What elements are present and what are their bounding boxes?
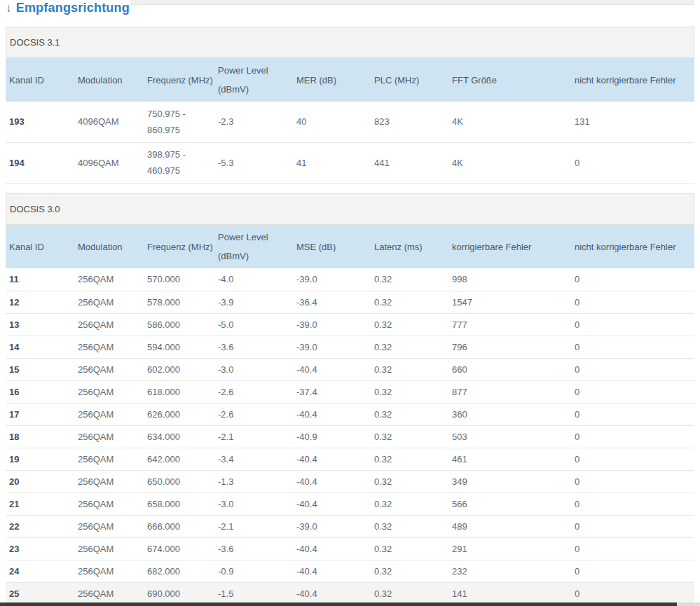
frequenz-line1: 398.975 -	[147, 146, 214, 163]
cell-modulation: 4096QAM	[74, 142, 144, 183]
col-header-modulation: Modulation	[74, 225, 144, 268]
col-header-frequenz: Frequenz (MHz)	[144, 58, 214, 102]
cell-frequenz: 658.000	[144, 493, 214, 515]
cell-modulation: 4096QAM	[74, 102, 144, 142]
cell-power-level: -3.6	[214, 537, 293, 560]
cell-kanal-id: 17	[6, 403, 74, 425]
cell-modulation: 256QAM	[74, 313, 144, 336]
col-header-modulation: Modulation	[74, 58, 144, 102]
cell-kanal-id: 19	[6, 448, 74, 470]
cell-nicht-korrigierbare-fehler: 0	[571, 268, 694, 291]
table-row: 18 256QAM 634.000 -2.1 -40.9 0.32 503 0	[6, 425, 694, 448]
cell-nicht-korrigierbare-fehler: 0	[571, 425, 694, 448]
cell-korrigierbare-fehler: 141	[448, 582, 571, 605]
cell-kanal-id: 193	[6, 102, 74, 142]
table-row: 194 4096QAM 398.975 - 460.975 -5.3 41 44…	[6, 142, 694, 183]
cell-kanal-id: 20	[6, 470, 74, 493]
col-header-nicht-korrigierbare-fehler: nicht korrigierbare Fehler	[571, 58, 694, 102]
frequenz-line1: 750.975 -	[147, 106, 214, 122]
cell-modulation: 256QAM	[74, 358, 144, 380]
power-level-line2: (dBmV)	[218, 80, 293, 99]
cell-nicht-korrigierbare-fehler: 0	[571, 560, 694, 582]
power-level-line2: (dBmV)	[218, 247, 293, 266]
cell-frequenz: 650.000	[144, 470, 214, 493]
cell-nicht-korrigierbare-fehler: 0	[571, 403, 694, 425]
cell-frequenz: 618.000	[144, 380, 214, 403]
cell-frequenz: 674.000	[144, 537, 214, 560]
cell-plc: 823	[371, 102, 448, 142]
cell-modulation: 256QAM	[74, 403, 144, 425]
table-row: 20 256QAM 650.000 -1.3 -40.4 0.32 349 0	[6, 470, 694, 493]
cell-nicht-korrigierbare-fehler: 0	[571, 313, 694, 336]
cell-modulation: 256QAM	[74, 380, 144, 403]
cell-korrigierbare-fehler: 461	[448, 448, 571, 470]
header-row: Kanal ID Modulation Frequenz (MHz) Power…	[6, 225, 694, 268]
cell-kanal-id: 14	[6, 336, 74, 358]
cell-kanal-id: 18	[6, 425, 74, 448]
col-header-power-level: Power Level (dBmV)	[214, 225, 293, 268]
cell-fft: 4K	[448, 102, 571, 142]
cell-nicht-korrigierbare-fehler: 0	[571, 537, 694, 560]
table-row: 15 256QAM 602.000 -3.0 -40.4 0.32 660 0	[6, 358, 694, 380]
cell-kanal-id: 24	[6, 560, 74, 582]
cell-modulation: 256QAM	[74, 515, 144, 537]
table-row: 21 256QAM 658.000 -3.0 -40.4 0.32 566 0	[6, 493, 694, 515]
cell-power-level: -2.1	[214, 515, 293, 537]
cell-nicht-korrigierbare-fehler: 0	[571, 291, 694, 313]
cell-korrigierbare-fehler: 291	[448, 537, 571, 560]
cell-mse: -37.4	[293, 380, 371, 403]
docsis-3-0-section-header: DOCSIS 3.0	[6, 193, 694, 225]
docsis-3-1-panel: DOCSIS 3.1 Kanal ID Modulation Frequenz …	[6, 27, 694, 184]
cell-mse: -40.4	[293, 470, 371, 493]
cell-latenz: 0.32	[371, 380, 448, 403]
cell-power-level: -3.6	[214, 336, 293, 358]
col-header-plc: PLC (MHz)	[371, 58, 448, 102]
frequenz-line2: 860.975	[147, 122, 214, 138]
cell-latenz: 0.32	[371, 403, 448, 425]
cell-korrigierbare-fehler: 232	[448, 560, 571, 582]
table-row: 24 256QAM 682.000 -0.9 -40.4 0.32 232 0	[6, 560, 694, 582]
cell-latenz: 0.32	[371, 560, 448, 582]
cell-modulation: 256QAM	[74, 537, 144, 560]
section-toggle-empfangsrichtung[interactable]: ↓Empfangsrichtung	[6, 1, 130, 15]
cell-latenz: 0.32	[371, 470, 448, 493]
cell-nicht-korrigierbare-fehler: 0	[571, 515, 694, 537]
cell-power-level: -3.0	[214, 358, 293, 380]
cell-mse: -40.4	[293, 493, 371, 515]
arrow-down-icon: ↓	[6, 1, 12, 15]
power-level-line1: Power Level	[218, 228, 293, 247]
cell-latenz: 0.32	[371, 425, 448, 448]
table-row: 17 256QAM 626.000 -2.6 -40.4 0.32 360 0	[6, 403, 694, 425]
cell-power-level: -3.9	[214, 291, 293, 313]
cell-latenz: 0.32	[371, 582, 448, 605]
cell-mse: -39.0	[293, 336, 371, 358]
docsis-3-1-section-header: DOCSIS 3.1	[6, 27, 694, 58]
page-title: Empfangsrichtung	[16, 1, 130, 15]
cell-korrigierbare-fehler: 1547	[448, 291, 571, 313]
col-header-mer: MER (dB)	[293, 58, 371, 102]
cell-mse: -40.4	[293, 448, 371, 470]
cell-kanal-id: 22	[6, 515, 74, 537]
cell-frequenz: 626.000	[144, 403, 214, 425]
docsis-3-1-title: DOCSIS 3.1	[10, 37, 60, 48]
cell-frequenz: 570.000	[144, 268, 214, 291]
cell-latenz: 0.32	[371, 358, 448, 380]
cell-frequenz: 682.000	[144, 560, 214, 582]
cell-latenz: 0.32	[371, 537, 448, 560]
cell-nicht-korrigierbare-fehler: 0	[571, 336, 694, 358]
table-row: 23 256QAM 674.000 -3.6 -40.4 0.32 291 0	[6, 537, 694, 560]
cell-frequenz: 634.000	[144, 425, 214, 448]
col-header-kanal-id: Kanal ID	[6, 58, 74, 102]
cell-kanal-id: 15	[6, 358, 74, 380]
cell-frequenz: 602.000	[144, 358, 214, 380]
cell-power-level: -1.3	[214, 470, 293, 493]
cell-latenz: 0.32	[371, 493, 448, 515]
header-row: Kanal ID Modulation Frequenz (MHz) Power…	[6, 58, 694, 102]
cell-mer: 40	[293, 102, 371, 142]
table-row: 193 4096QAM 750.975 - 860.975 -2.3 40 82…	[6, 102, 694, 142]
cell-modulation: 256QAM	[74, 470, 144, 493]
cell-power-level: -4.0	[214, 268, 293, 291]
cell-korrigierbare-fehler: 998	[448, 268, 571, 291]
cell-kanal-id: 194	[6, 142, 74, 183]
cell-power-level: -3.4	[214, 448, 293, 470]
